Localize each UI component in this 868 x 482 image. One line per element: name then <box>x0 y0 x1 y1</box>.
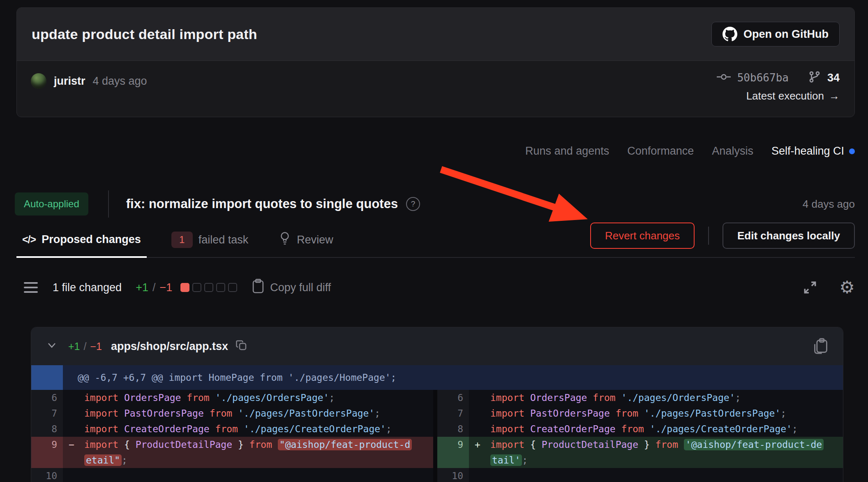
diff-line: 10 <box>437 468 843 482</box>
open-on-github-button[interactable]: Open on GitHub <box>711 22 840 46</box>
code-text: import PastOrdersPage from './pages/Past… <box>490 406 823 421</box>
file-path: apps/shop/src/app.tsx <box>111 340 228 353</box>
tab-failed-task[interactable]: 1 failed task <box>166 222 254 257</box>
hunk-header: @@ -6,7 +6,7 @@ import HomePage from './… <box>63 365 396 390</box>
diff-line: 7import PastOrdersPage from './pages/Pas… <box>31 406 433 421</box>
diffstat-square-empty <box>192 283 201 292</box>
code-text: import { ProductDetailPage } from '@aish… <box>490 437 823 468</box>
nav-item-runs-and-agents[interactable]: Runs and agents <box>525 145 609 158</box>
file-deletions: −1 <box>90 341 102 352</box>
copy-path-icon[interactable] <box>235 339 248 353</box>
code-text <box>490 468 823 482</box>
tab-strip: </> Proposed changes 1 failed task Revie… <box>16 222 855 258</box>
nav-item-self-healing-ci[interactable]: Self-healing CI <box>771 145 855 158</box>
diffstat-square-empty <box>204 283 213 292</box>
revert-changes-button[interactable]: Revert changes <box>590 222 695 249</box>
gear-icon[interactable]: ⚙ <box>839 279 855 296</box>
code-text: import CreateOrderPage from './pages/Cre… <box>490 421 823 437</box>
separator: / <box>84 341 87 352</box>
section-nav: Runs and agentsConformanceAnalysisSelf-h… <box>525 145 855 158</box>
edit-changes-locally-button[interactable]: Edit changes locally <box>723 222 855 249</box>
hero-header: update product detail import path Open o… <box>17 8 854 61</box>
diff-sign <box>469 421 490 437</box>
github-icon <box>723 27 737 42</box>
file-list-menu-icon[interactable] <box>24 282 38 293</box>
pane-divider <box>433 390 437 482</box>
diff-line: 6import OrdersPage from './pages/OrdersP… <box>437 390 843 406</box>
diffstat-square-filled <box>180 283 189 292</box>
separator: / <box>152 281 156 294</box>
line-number: 10 <box>437 468 469 482</box>
commit-sha-link[interactable]: 50b667ba <box>717 72 789 84</box>
page-title: update product detail import path <box>32 26 257 42</box>
line-number: 8 <box>31 421 63 437</box>
diff-line: 8import CreateOrderPage from './pages/Cr… <box>437 421 843 437</box>
commit-author: juristr <box>54 75 85 88</box>
divider <box>108 190 109 218</box>
diff-line: 9−import { ProductDetailPage } from "@ai… <box>31 437 433 468</box>
nav-item-analysis[interactable]: Analysis <box>712 145 753 158</box>
diff-line: 6import OrdersPage from './pages/OrdersP… <box>31 390 433 406</box>
code-text <box>84 468 411 482</box>
git-branch-icon <box>808 71 821 85</box>
diff-line: 10 <box>31 468 433 482</box>
diff-sign: + <box>469 437 490 468</box>
diffstat-square-empty <box>228 283 237 292</box>
lightbulb-icon <box>279 232 291 248</box>
diff-toolbar: 1 file changed +1 / −1 Copy full diff ⚙ <box>16 275 855 300</box>
arrow-right-icon: → <box>829 90 840 102</box>
file-additions: +1 <box>68 341 80 352</box>
failed-count-badge: 1 <box>171 232 193 248</box>
hunk-gutter <box>31 365 63 390</box>
hunk-header-row: @@ -6,7 +6,7 @@ import HomePage from './… <box>31 365 843 390</box>
code-text: import CreateOrderPage from './pages/Cre… <box>84 421 411 437</box>
latest-execution-label: Latest execution <box>746 90 824 102</box>
copy-full-diff-button[interactable]: Copy full diff <box>251 278 331 297</box>
nav-item-conformance[interactable]: Conformance <box>627 145 694 158</box>
commit-meta-row: juristr 4 days ago 50b667ba 34 <box>17 61 854 117</box>
open-on-github-label: Open on GitHub <box>743 28 829 41</box>
diffstat-square-empty <box>216 283 225 292</box>
file-header: +1 / −1 apps/shop/src/app.tsx <box>31 327 843 365</box>
copy-full-diff-label: Copy full diff <box>270 281 331 294</box>
code-text: import OrdersPage from './pages/OrdersPa… <box>490 390 823 406</box>
code-icon: </> <box>22 234 36 246</box>
diff-sign <box>63 468 84 482</box>
fix-title: fix: normalize import quotes to single q… <box>126 197 398 211</box>
file-diff-card: +1 / −1 apps/shop/src/app.tsx @@ -6,7 +6… <box>31 327 843 482</box>
clipboard-icon <box>251 278 265 297</box>
line-number: 9 <box>437 437 469 468</box>
diff-sign <box>63 421 84 437</box>
line-number: 8 <box>437 421 469 437</box>
deletions-count: −1 <box>159 281 172 294</box>
auto-applied-badge: Auto-applied <box>15 192 88 216</box>
diff-sign: − <box>63 437 84 468</box>
diff-stat-squares <box>180 283 237 292</box>
branch-link[interactable]: 34 <box>808 71 840 85</box>
code-text: import PastOrdersPage from './pages/Past… <box>84 406 411 421</box>
code-text: import { ProductDetailPage } from "@aish… <box>84 437 411 468</box>
diff-sign <box>63 390 84 406</box>
tab-failed-label: failed task <box>199 234 249 246</box>
commit-time-ago: 4 days ago <box>93 75 147 88</box>
additions-count: +1 <box>136 281 148 294</box>
tab-proposed-changes[interactable]: </> Proposed changes <box>16 222 147 258</box>
help-icon[interactable]: ? <box>406 197 420 211</box>
diff-sign <box>469 390 490 406</box>
tab-review[interactable]: Review <box>273 222 339 257</box>
active-section-dot <box>849 148 855 154</box>
fix-time-ago: 4 days ago <box>803 198 855 211</box>
diff-pane-old: 6import OrdersPage from './pages/OrdersP… <box>31 390 433 482</box>
diff-sign <box>63 406 84 421</box>
line-number: 9 <box>31 437 63 468</box>
copy-file-diff-icon[interactable] <box>813 338 829 355</box>
line-number: 6 <box>437 390 469 406</box>
line-number: 10 <box>31 468 63 482</box>
chevron-down-icon[interactable] <box>45 341 58 352</box>
avatar <box>31 73 46 89</box>
latest-execution-link[interactable]: Latest execution → <box>746 90 840 102</box>
tab-review-label: Review <box>297 234 333 246</box>
fullscreen-icon[interactable] <box>802 280 818 295</box>
code-text: import OrdersPage from './pages/OrdersPa… <box>84 390 411 406</box>
diff-sign <box>469 468 490 482</box>
